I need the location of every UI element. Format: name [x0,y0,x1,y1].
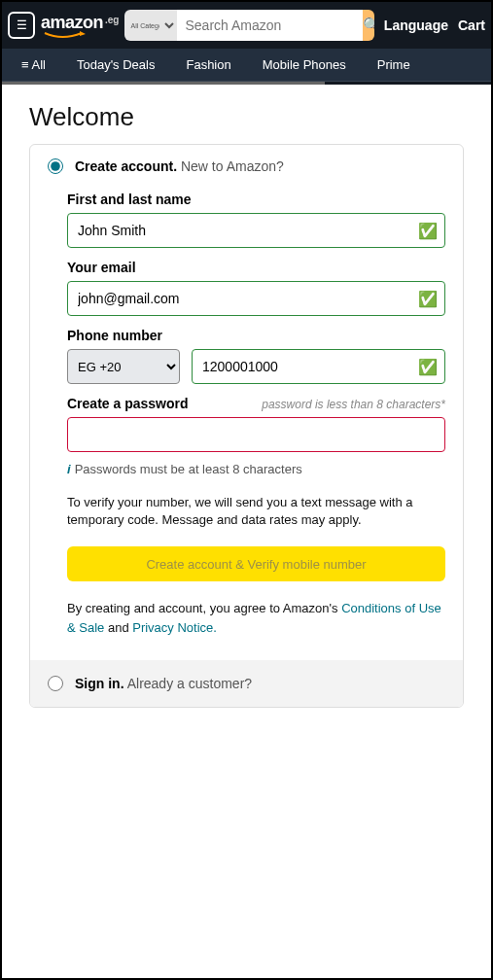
search-button[interactable]: 🔍 [363,10,373,41]
legal-pre: By creating and account, you agree to Am… [67,601,341,615]
nav-prime[interactable]: Prime [362,57,426,72]
signin-subtext: Already a customer? [127,676,252,691]
logo-tld: .eg [105,15,119,25]
password-error-hint: password is less than 8 characters* [262,398,445,411]
password-requirements: iPasswords must be at least 8 characters [67,462,445,476]
password-label: Create a password [67,396,189,411]
privacy-link[interactable]: Privacy Notice. [132,620,217,635]
create-account-button[interactable]: Create account & Verify mobile number [67,546,445,581]
hamburger-menu-button[interactable]: ☰ [8,12,35,39]
search-bar: All Categori 🔍 [124,10,373,41]
legal-mid: and [104,620,132,635]
category-select[interactable]: All Categori [124,10,177,41]
signin-radio[interactable] [48,676,63,691]
nav-deals[interactable]: Today's Deals [61,57,171,72]
search-input[interactable] [177,10,363,41]
auth-card: Create account. New to Amazon? First and… [29,144,464,708]
info-icon: i [67,462,71,476]
main-content: Welcome Create account. New to Amazon? F… [2,85,491,725]
legal-text: By creating and account, you agree to Am… [67,599,445,637]
verify-disclaimer: To verify your number, we will send you … [67,494,445,529]
search-icon: 🔍 [363,17,373,34]
nav-fashion[interactable]: Fashion [170,57,246,72]
phone-input[interactable] [192,349,445,384]
name-input[interactable] [67,213,445,248]
create-account-subtext: New to Amazon? [181,158,284,174]
category-nav: ≡ All Today's Deals Fashion Mobile Phone… [2,49,491,82]
smile-icon [43,31,88,41]
create-account-radio[interactable] [48,158,63,174]
name-label: First and last name [67,192,445,207]
logo-text: amazon [41,13,103,33]
cart-link[interactable]: Cart [458,18,485,33]
create-account-form: First and last name ✅ Your email ✅ Phone… [48,192,445,637]
top-bar: ☰ amazon .eg All Categori 🔍 Language Car… [2,2,491,49]
create-account-section: Create account. New to Amazon? First and… [30,145,463,660]
signin-section: Sign in. Already a customer? [30,660,463,707]
signin-radio-row[interactable]: Sign in. Already a customer? [48,676,445,691]
password-requirements-text: Passwords must be at least 8 characters [75,462,302,476]
create-account-radio-row[interactable]: Create account. New to Amazon? [48,158,445,174]
email-input[interactable] [67,281,445,316]
country-code-select[interactable]: EG +20 [67,349,180,384]
nav-all[interactable]: ≡ All [6,57,61,72]
password-input[interactable] [67,417,445,452]
amazon-logo[interactable]: amazon .eg [41,13,119,39]
nav-mobile[interactable]: Mobile Phones [247,57,362,72]
email-label: Your email [67,260,445,275]
phone-label: Phone number [67,328,445,343]
create-account-heading: Create account. [75,158,177,174]
hamburger-icon: ☰ [17,19,27,31]
language-link[interactable]: Language [384,18,448,33]
signin-heading: Sign in. [75,676,124,691]
page-title: Welcome [29,102,464,132]
